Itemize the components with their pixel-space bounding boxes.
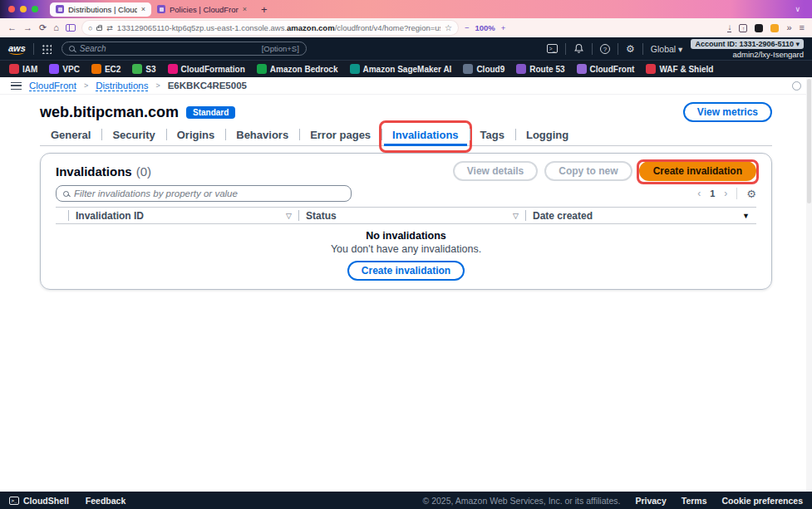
aws-search-field[interactable]: [Option+S] [62,42,307,56]
tab-behaviors[interactable]: Behaviors [225,125,299,145]
bookmark-vpc[interactable]: VPC [49,64,80,74]
next-page-icon[interactable]: › [724,188,727,199]
panel-title: Invalidations [56,164,132,179]
tab-security[interactable]: Security [101,125,165,145]
account-id-badge[interactable]: Account ID: 1331-2906-5110 ▾ [691,39,804,49]
search-shortcut: [Option+S] [262,44,299,53]
tab-error-pages[interactable]: Error pages [299,125,381,145]
window-controls[interactable] [8,6,38,12]
zoom-in-icon[interactable]: + [501,23,506,32]
empty-state-title: No invalidations [56,230,756,242]
notifications-bell-icon[interactable] [573,43,584,54]
shield-icon[interactable]: ○ [88,24,92,32]
breadcrumb-cloudfront[interactable]: CloudFront [29,81,76,91]
url-text[interactable]: 133129065110-ktp6q5zp.us-east-1.console.… [117,23,440,32]
sidebar-toggle-icon[interactable] [66,24,76,32]
tab-logging[interactable]: Logging [515,125,579,145]
side-nav-hamburger-icon[interactable] [11,82,22,90]
bookmark-iam[interactable]: IAM [9,64,37,74]
zoom-out-icon[interactable]: − [465,23,470,32]
extension-icon-orange[interactable] [770,24,779,32]
terms-link[interactable]: Terms [682,496,707,506]
close-tab-icon[interactable]: × [243,5,247,13]
search-input[interactable] [80,44,257,53]
tab-origins[interactable]: Origins [166,125,226,145]
previous-page-icon[interactable]: ‹ [697,188,701,199]
refresh-icon[interactable] [792,81,801,91]
aws-logo[interactable]: aws [8,43,26,55]
reload-icon[interactable]: ⟳ [39,23,47,32]
feedback-link[interactable]: Feedback [86,496,125,506]
copy-to-new-button[interactable]: Copy to new [544,161,632,181]
breadcrumb-distributions[interactable]: Distributions [96,81,148,91]
scrollbar[interactable] [806,77,812,492]
bookmark-waf[interactable]: WAF & Shield [646,64,713,74]
bookmarks-bar: IAM VPC EC2 S3 CloudFormation Amazon Bed… [0,60,812,77]
route53-icon [516,64,526,74]
privacy-link[interactable]: Privacy [635,496,666,506]
filter-funnel-icon[interactable]: ▽ [286,212,292,220]
browser-tab-policies[interactable]: Policies | CloudFront | Global × [151,2,253,17]
close-tab-icon[interactable]: × [141,5,145,13]
services-grid-icon[interactable] [42,44,52,54]
view-metrics-button[interactable]: View metrics [683,102,772,122]
extension-icon-dark[interactable] [755,24,763,32]
column-invalidation-id[interactable]: Invalidation ID▽ [69,210,298,222]
tab-general[interactable]: General [40,125,101,145]
address-bar[interactable]: ○ ⇄ 133129065110-ktp6q5zp.us-east-1.cons… [82,21,458,35]
extensions-overflow-icon[interactable]: » [786,23,791,32]
bookmark-star-icon[interactable]: ☆ [445,23,452,32]
column-date-created[interactable]: Date created▼ [526,210,756,222]
minimize-window-button[interactable] [20,6,27,12]
pagination: ‹ 1 › ⚙ [697,188,756,199]
zoom-level[interactable]: 100% [475,23,495,32]
new-tab-button[interactable]: + [261,3,268,16]
iam-icon [9,64,19,74]
region-selector[interactable]: Global ▾ [651,44,683,54]
sort-direction-icon[interactable]: ▼ [742,212,750,220]
current-page[interactable]: 1 [710,188,715,198]
share-icon[interactable]: ↑ [739,24,747,32]
bookmark-sagemaker[interactable]: Amazon SageMaker AI [350,64,452,74]
preferences-gear-icon[interactable]: ⚙ [746,188,756,199]
settings-gear-icon[interactable]: ⚙ [626,44,635,54]
page-title: web.bitipcman.com [40,104,179,121]
view-details-button[interactable]: View details [453,161,538,181]
help-icon[interactable]: ? [600,44,610,54]
swap-icon[interactable]: ⇄ [106,24,113,32]
cookie-preferences-link[interactable]: Cookie preferences [722,496,803,506]
home-icon[interactable]: ⌂ [53,23,59,32]
maximize-window-button[interactable] [32,6,38,12]
tab-overflow-chevron-icon[interactable]: ∨ [795,5,800,13]
filter-funnel-icon[interactable]: ▽ [513,212,519,220]
bookmark-ec2[interactable]: EC2 [91,64,121,74]
bookmark-bedrock[interactable]: Amazon Bedrock [257,64,338,74]
browser-tab-distributions[interactable]: Distributions | CloudFront | Glob × [50,2,151,17]
download-icon[interactable]: ↓ [727,23,731,32]
tab-invalidations[interactable]: Invalidations [381,125,469,145]
create-invalidation-button[interactable]: Create invalidation [639,161,756,181]
cloudshell-link[interactable]: >_CloudShell [9,496,69,506]
close-window-button[interactable] [8,6,15,12]
cloudshell-icon[interactable]: >_ [547,44,558,53]
search-icon [63,191,69,197]
filter-input[interactable] [74,188,344,198]
back-icon[interactable]: ← [7,23,17,32]
bookmark-cloudfront[interactable]: CloudFront [577,64,635,74]
bookmark-route53[interactable]: Route 53 [516,64,564,74]
column-status[interactable]: Status▽ [299,210,525,222]
scrollbar-thumb[interactable] [807,79,811,203]
bookmark-cloudformation[interactable]: CloudFormation [168,64,245,74]
filter-field[interactable] [56,185,352,202]
tab-tags[interactable]: Tags [470,125,515,145]
cloudshell-icon: >_ [9,497,19,505]
tab-title: Policies | CloudFront | Global [170,5,239,14]
bookmark-s3[interactable]: S3 [132,64,155,74]
cloudfront-favicon-icon [56,5,64,13]
create-invalidation-empty-button[interactable]: Create invalidation [347,261,465,281]
menu-icon[interactable]: ≡ [800,23,805,32]
forward-icon[interactable]: → [23,23,32,32]
cloudfront-icon [577,64,587,74]
aws-nav-right: >_ ? ⚙ Global ▾ Account ID: 1331-2906-51… [547,39,804,59]
bookmark-cloud9[interactable]: Cloud9 [463,64,504,74]
